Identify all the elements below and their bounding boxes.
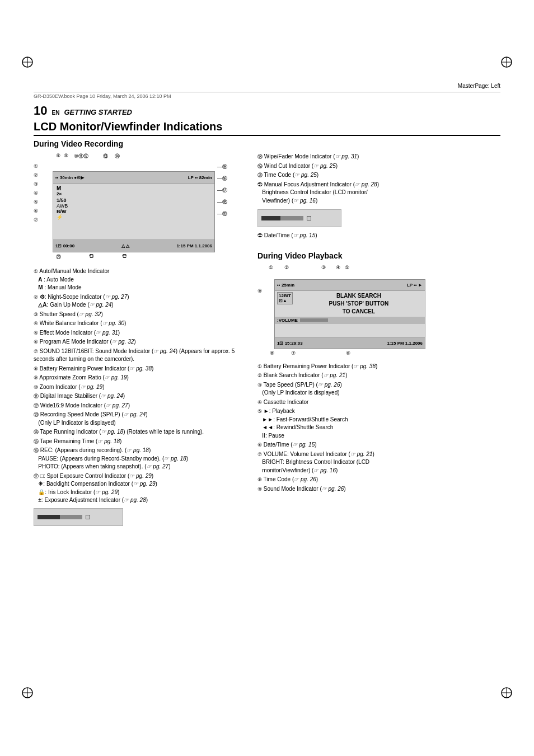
vf-right-callouts: —⑮ —⑯ —⑰ —⑱ —⑲: [217, 163, 227, 218]
pb-callout-4: ④: [336, 265, 340, 270]
page-number-section: 10 EN GETTING STARTED: [34, 104, 500, 118]
vf-bottom-mid: △ △: [121, 243, 129, 248]
pb-callout-7: ⑦: [291, 350, 296, 356]
pb-volume-label: :VOLUME: [277, 318, 298, 323]
r-ind-20: ⑳ Time Code (☞ pg. 25): [257, 171, 500, 180]
vf-shutter: 1/50: [53, 198, 214, 203]
callout-5: ⑤: [34, 199, 38, 205]
vf-bw: B/W: [53, 209, 214, 214]
pb-bottom-left: 1⊡ 15:29:03: [277, 341, 303, 346]
vf-left-callouts: ① ② ③ ④ ⑤ ⑥ ⑦: [34, 163, 38, 223]
pb-ind-4: ④ Cassette Indicator: [257, 398, 500, 407]
ind-8: ⑧ Battery Remaining Power Indicator (☞ p…: [34, 365, 246, 373]
ind-1: ① Auto/Manual Mode Indicator A : Auto Mo…: [34, 267, 246, 292]
vf-top-right: LP ▪▪ 82min: [188, 175, 212, 180]
callout-9: ⑨: [64, 153, 68, 160]
pb-mid-section: 12BIT⊡▲ BLANK SEARCHPUSH 'STOP' BUTTONTO…: [275, 291, 425, 317]
pb-12bit: 12BIT⊡▲: [277, 292, 293, 304]
brightness-indicator-right: [257, 209, 341, 227]
ind-13: ⑬ Recording Speed Mode (SP/LP) (☞ pg. 24…: [34, 411, 246, 427]
pb-callout-6: ⑥: [346, 350, 350, 356]
vf-bottom-bar: 1⊡ 00:00 △ △ 1:15 PM 1.1.2006: [53, 240, 214, 252]
vf-flash: ⚡: [53, 214, 214, 220]
callout-21: ㉑: [89, 253, 94, 261]
callout-6: ⑥: [34, 208, 38, 214]
pb-ind-6: ⑥ Date/Time (☞ pg. 15): [257, 441, 500, 449]
pb-callout-2: ②: [284, 265, 289, 270]
pb-diagram-wrapper: ① ② ③ ④ ⑤ ⑨ ▪▪ 25min: [257, 265, 500, 356]
ind-9: ⑨ Approximate Zoom Ratio (☞ pg. 19): [34, 374, 246, 382]
pb-ind-7: ⑦ VOLUME: Volume Level Indicator (☞ pg. …: [257, 450, 500, 475]
page-number: 10: [34, 104, 47, 118]
vf-diagram-box: ▪▪ 30min ●⊙▶ LP ▪▪ 82min M 2× 1/50 AWB B…: [53, 171, 215, 252]
ind-12: ⑫ Wide16:9 Mode Indicator (☞ pg. 27): [34, 402, 246, 410]
callout-14: ⑭: [115, 153, 120, 160]
ind-10: ⑩ Zoom Indicator (☞ pg. 19): [34, 383, 246, 392]
recording-subtitle: During Video Recording: [34, 139, 500, 148]
callout-17: —⑰: [217, 187, 227, 194]
pb-bottom-callouts: ⑧ ⑦ ⑥: [270, 350, 500, 356]
callout-16: —⑯: [217, 175, 227, 182]
brightness-marker: [86, 515, 90, 519]
r-ind-21: ㉑ Manual Focus Adjustment Indicator (☞ p…: [257, 181, 500, 205]
master-page-label: MasterPage: Left: [458, 83, 500, 89]
corner-mark-tr: [500, 56, 513, 69]
callout-3: ③: [34, 181, 38, 187]
pb-ind-8: ⑧ Time Code (☞ pg. 26): [257, 476, 500, 484]
pb-top-bar: ▪▪ 25min LP ▪▪ ►: [275, 280, 425, 291]
pb-left-callout-9: ⑨: [257, 288, 262, 294]
ind-5: ⑤ Effect Mode Indicator (☞ pg. 31): [34, 329, 246, 337]
callout-7: ⑦: [34, 217, 38, 223]
page-en: EN: [51, 110, 59, 116]
section-title: GETTING STARTED: [64, 108, 132, 116]
main-title: LCD Monitor/Viewfinder Indications: [34, 120, 500, 136]
left-column: ⑧ ⑨ ⑩⑪⑫ ⑬ ⑭ ① ② ③ ④ ⑤: [34, 153, 246, 529]
pb-callout-5: ⑤: [345, 265, 349, 270]
ind-2: ② ⚙: Night-Scope Indicator (☞ pg. 27) △A…: [34, 293, 246, 309]
callout-10: ⑩⑪⑫: [74, 153, 88, 160]
ind-11: ⑪ Digital Image Stabiliser (☞ pg. 24): [34, 392, 246, 401]
callout-15: —⑮: [217, 163, 227, 171]
callout-18: —⑱: [217, 199, 227, 206]
corner-mark-br: [500, 687, 513, 700]
pb-top-right: LP ▪▪ ►: [407, 283, 423, 288]
pb-ind-3: ③ Tape Speed (SP/LP) (☞ pg. 26) (Only LP…: [257, 381, 500, 397]
pb-callout-1: ①: [269, 265, 273, 270]
vf-bottom-left: 1⊡ 00:00: [55, 243, 74, 248]
brightness-bar-rec: [38, 515, 82, 519]
brightness-fill-right: [261, 216, 280, 220]
pb-diagram-row: ⑨ ▪▪ 25min LP ▪▪ ► 12BIT⊡▲: [257, 271, 500, 349]
vf-bottom-callouts: ⑳ ㉑ ㉒: [56, 253, 246, 261]
pb-callout-3: ③: [321, 265, 326, 270]
callout-4: ④: [34, 190, 38, 196]
right-column: ⑱ Wipe/Fader Mode Indicator (☞ pg. 31) ⑲…: [257, 153, 500, 529]
vf-diagram-row: ① ② ③ ④ ⑤ ⑥ ⑦ ▪▪ 30min ●⊙▶: [34, 161, 246, 252]
pb-vol-bar-visual: [300, 318, 328, 322]
playback-subtitle: During Video Playback: [257, 251, 500, 260]
pb-ind-5: ⑤ ►: Playback ►►: Fast-Forward/Shuttle S…: [257, 407, 500, 440]
callout-13: ⑬: [103, 153, 108, 160]
vf-wb: AWB: [53, 203, 214, 209]
vf-mode-row: M 2×: [53, 184, 214, 198]
callout-1: ①: [34, 163, 38, 169]
r-ind-19: ⑲ Wind Cut Indicator (☞ pg. 25): [257, 162, 500, 171]
recording-indicators: ① Auto/Manual Mode Indicator A : Auto Mo…: [34, 267, 246, 526]
pb-callout-8: ⑧: [270, 350, 274, 356]
main-content: 10 EN GETTING STARTED LCD Monitor/Viewfi…: [34, 104, 500, 529]
brightness-indicator-rec: [34, 508, 123, 526]
page-container: MasterPage: Left GR-D350EW.book Page 10 …: [0, 0, 534, 756]
callout-19: —⑲: [217, 210, 227, 218]
pb-ind-1: ① Battery Remaining Power Indicator (☞ p…: [257, 363, 500, 371]
corner-mark-bl: [21, 687, 34, 700]
brightness-marker-right: [307, 216, 311, 220]
vf-top-left: ▪▪ 30min ●⊙▶: [55, 175, 84, 180]
pb-indicators: ① Battery Remaining Power Indicator (☞ p…: [257, 363, 500, 494]
callout-8: ⑧: [56, 153, 60, 160]
playback-section: During Video Playback ① ② ③ ④ ⑤: [257, 251, 500, 494]
vf-top-callouts: ⑧ ⑨ ⑩⑪⑫ ⑬ ⑭: [56, 153, 246, 160]
brightness-bar-right: [261, 216, 303, 220]
ind-14: ⑭ Tape Running Indicator (☞ pg. 18) (Rot…: [34, 428, 246, 436]
right-indicators: ⑱ Wipe/Fader Mode Indicator (☞ pg. 31) ⑲…: [257, 153, 500, 240]
callout-20: ⑳: [56, 253, 61, 261]
vf-2x: 2×: [57, 191, 211, 196]
